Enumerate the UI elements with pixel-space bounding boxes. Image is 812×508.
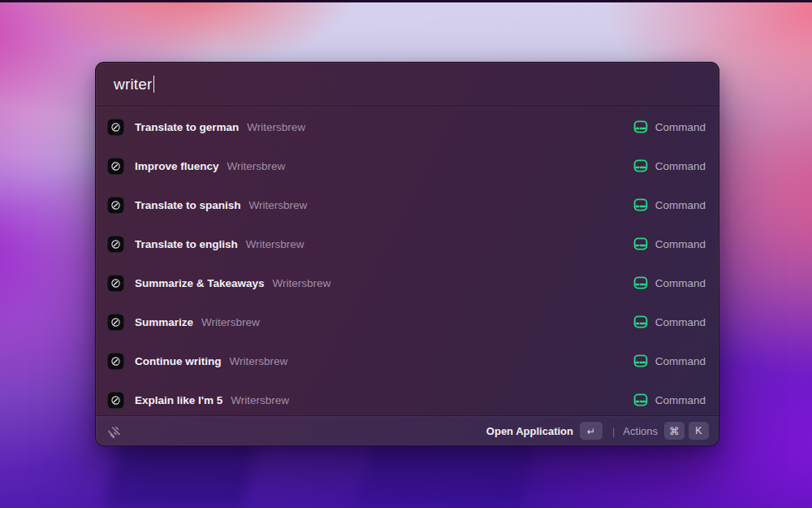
result-title: Translate to english bbox=[135, 238, 238, 250]
list-item[interactable]: Translate to spanish Writersbrew Command bbox=[96, 185, 719, 224]
command-icon bbox=[633, 315, 648, 329]
result-app-name: Writersbrew bbox=[246, 238, 304, 250]
footer-bar: Open Application ↵ | Actions ⌘ K bbox=[96, 415, 719, 445]
writersbrew-app-icon bbox=[107, 119, 124, 136]
result-app-name: Writersbrew bbox=[273, 277, 331, 289]
writersbrew-app-icon bbox=[107, 197, 124, 214]
footer-divider: | bbox=[612, 425, 615, 437]
list-item[interactable]: Translate to german Writersbrew Command bbox=[96, 107, 719, 146]
result-title: Improve fluency bbox=[135, 160, 219, 172]
command-icon bbox=[633, 198, 648, 212]
command-icon bbox=[633, 354, 648, 368]
list-item[interactable]: Summarize Writersbrew Command bbox=[96, 302, 719, 341]
result-type-label: Command bbox=[655, 355, 706, 367]
result-title: Continue writing bbox=[135, 355, 221, 367]
primary-action-label[interactable]: Open Application bbox=[486, 425, 573, 437]
raycast-logo-icon bbox=[106, 423, 123, 440]
list-item[interactable]: Summarize & Takeaways Writersbrew Comman… bbox=[96, 263, 719, 302]
result-type-label: Command bbox=[655, 277, 706, 289]
command-icon bbox=[633, 119, 648, 134]
command-icon bbox=[633, 237, 648, 251]
search-input[interactable]: writer bbox=[96, 63, 719, 106]
list-item[interactable]: Translate to english Writersbrew Command bbox=[96, 224, 719, 263]
writersbrew-app-icon bbox=[107, 392, 124, 409]
result-type-label: Command bbox=[655, 316, 706, 328]
command-icon bbox=[633, 158, 648, 173]
result-type-label: Command bbox=[655, 199, 706, 211]
result-app-name: Writersbrew bbox=[247, 121, 305, 133]
result-app-name: Writersbrew bbox=[201, 316, 260, 328]
command-icon bbox=[633, 393, 648, 407]
result-type-label: Command bbox=[655, 238, 706, 250]
actions-button[interactable]: Actions bbox=[623, 425, 658, 437]
result-title: Translate to spanish bbox=[135, 199, 241, 211]
return-key-badge[interactable]: ↵ bbox=[580, 422, 603, 440]
result-app-name: Writersbrew bbox=[229, 355, 287, 367]
result-title: Summarize bbox=[135, 316, 193, 328]
result-type-label: Command bbox=[655, 121, 706, 133]
writersbrew-app-icon bbox=[107, 158, 124, 175]
command-icon bbox=[633, 276, 648, 290]
text-caret bbox=[153, 76, 155, 93]
list-item[interactable]: Continue writing Writersbrew Command bbox=[96, 341, 719, 380]
result-app-name: Writersbrew bbox=[227, 160, 286, 172]
result-app-name: Writersbrew bbox=[249, 199, 308, 211]
writersbrew-app-icon bbox=[107, 353, 124, 370]
search-query-text: writer bbox=[114, 76, 153, 93]
launcher-window: writer Translate to german Writersbrew C… bbox=[95, 62, 719, 446]
result-title: Summarize & Takeaways bbox=[135, 277, 265, 289]
results-list: Translate to german Writersbrew Command … bbox=[96, 106, 719, 415]
result-app-name: Writersbrew bbox=[231, 394, 289, 406]
result-title: Explain like I'm 5 bbox=[135, 394, 222, 406]
writersbrew-app-icon bbox=[107, 314, 124, 331]
cmd-key-badge[interactable]: ⌘ bbox=[664, 422, 685, 440]
result-title: Translate to german bbox=[135, 121, 239, 133]
result-type-label: Command bbox=[655, 160, 706, 172]
result-type-label: Command bbox=[655, 394, 706, 406]
writersbrew-app-icon bbox=[107, 275, 124, 292]
k-key-badge[interactable]: K bbox=[689, 422, 709, 440]
list-item[interactable]: Explain like I'm 5 Writersbrew Command bbox=[96, 380, 719, 415]
list-item[interactable]: Improve fluency Writersbrew Command bbox=[96, 146, 719, 185]
screen-top-edge bbox=[0, 0, 812, 2]
writersbrew-app-icon bbox=[107, 236, 124, 253]
